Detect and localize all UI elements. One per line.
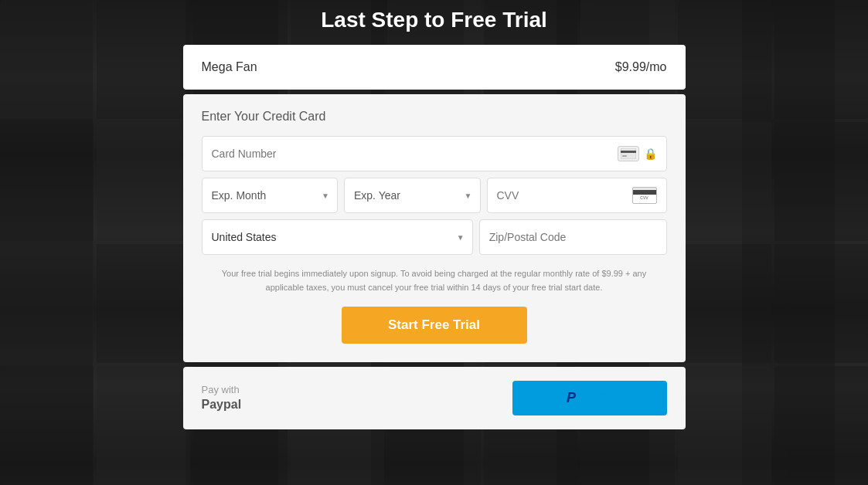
zip-input[interactable] bbox=[489, 231, 657, 243]
credit-card-section-title: Enter Your Credit Card bbox=[202, 110, 667, 124]
plan-name: Mega Fan bbox=[202, 60, 257, 74]
page-title: Last Step to Free Trial bbox=[321, 8, 547, 32]
credit-card-icon bbox=[618, 146, 639, 161]
main-content: Last Step to Free Trial Mega Fan $9.99/m… bbox=[183, 8, 686, 434]
paypal-label: Pay with Paypal bbox=[202, 384, 242, 413]
cvv-input[interactable] bbox=[497, 189, 632, 202]
cvv-icon: CVV bbox=[632, 187, 657, 204]
zip-wrapper bbox=[479, 219, 667, 255]
card-icons: 🔒 bbox=[618, 146, 657, 161]
cvv-wrapper: CVV bbox=[487, 178, 667, 213]
exp-month-select[interactable]: Exp. Month 01 - January 02 - February 03… bbox=[212, 189, 328, 202]
exp-year-wrapper: Exp. Year 2024 2025 2026 2027 2028 2029 … bbox=[344, 178, 481, 213]
paypal-button[interactable]: PayPal bbox=[512, 381, 667, 415]
exp-cvv-row: Exp. Month 01 - January 02 - February 03… bbox=[202, 178, 667, 213]
plan-card: Mega Fan $9.99/mo bbox=[183, 45, 686, 90]
svg-rect-0 bbox=[621, 148, 636, 159]
country-wrapper: United States Canada United Kingdom Aust… bbox=[202, 219, 473, 255]
card-number-wrapper: 🔒 bbox=[202, 136, 667, 171]
exp-month-wrapper: Exp. Month 01 - January 02 - February 03… bbox=[202, 178, 339, 213]
country-select[interactable]: United States Canada United Kingdom Aust… bbox=[212, 231, 463, 243]
lock-icon: 🔒 bbox=[644, 148, 657, 160]
svg-rect-2 bbox=[622, 155, 627, 157]
svg-rect-1 bbox=[621, 151, 636, 153]
country-zip-row: United States Canada United Kingdom Aust… bbox=[202, 219, 667, 255]
exp-year-select[interactable]: Exp. Year 2024 2025 2026 2027 2028 2029 … bbox=[354, 189, 471, 202]
paypal-logo: PayPal bbox=[567, 390, 612, 406]
card-number-input[interactable] bbox=[212, 148, 618, 160]
credit-card-section: Enter Your Credit Card 🔒 Exp. Month bbox=[183, 94, 686, 362]
plan-price: $9.99/mo bbox=[615, 60, 667, 74]
disclaimer-text: Your free trial begins immediately upon … bbox=[202, 267, 667, 294]
start-free-trial-button[interactable]: Start Free Trial bbox=[342, 307, 527, 344]
paypal-section: Pay with Paypal PayPal bbox=[183, 367, 686, 429]
